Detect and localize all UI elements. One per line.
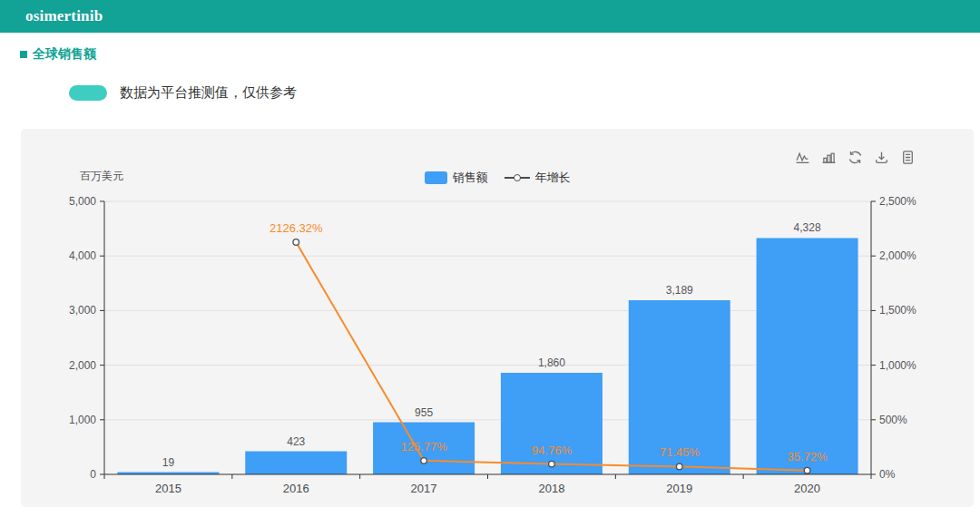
- legend-growth-label: 年增长: [535, 170, 571, 186]
- svg-text:5,000: 5,000: [69, 195, 96, 208]
- svg-text:500%: 500%: [879, 414, 907, 426]
- svg-text:1,000%: 1,000%: [879, 359, 916, 372]
- svg-text:71.45%: 71.45%: [660, 445, 701, 459]
- estimate-note: 数据为平台推测值，仅供参考: [69, 83, 297, 102]
- svg-text:0%: 0%: [879, 468, 896, 481]
- restore-icon[interactable]: [848, 150, 863, 165]
- svg-text:4,000: 4,000: [69, 249, 96, 262]
- svg-text:3,000: 3,000: [69, 304, 96, 317]
- svg-text:2018: 2018: [538, 482, 564, 495]
- svg-text:2020: 2020: [794, 482, 820, 495]
- svg-text:1,860: 1,860: [538, 356, 565, 369]
- legend-item-growth[interactable]: 年增长: [505, 170, 571, 186]
- svg-text:125.77%: 125.77%: [400, 440, 447, 454]
- svg-text:2,000%: 2,000%: [879, 249, 916, 262]
- window-titlebar: osimertinib: [0, 0, 980, 33]
- svg-text:2017: 2017: [411, 482, 437, 495]
- data-view-icon[interactable]: [900, 150, 916, 165]
- growth-legend-marker-icon: [505, 171, 530, 184]
- estimate-badge: [69, 85, 107, 101]
- svg-text:2,500%: 2,500%: [879, 195, 916, 208]
- bullet-square-icon: [20, 51, 27, 58]
- svg-text:955: 955: [415, 406, 433, 419]
- svg-text:2,000: 2,000: [69, 359, 96, 372]
- bar-chart-icon[interactable]: [821, 150, 837, 165]
- chart-legend: 销售额 年增长: [21, 170, 974, 186]
- legend-sales-label: 销售额: [453, 170, 488, 186]
- page-title: osimertinib: [25, 7, 103, 25]
- svg-text:2126.32%: 2126.32%: [270, 221, 323, 235]
- line-chart-icon[interactable]: [795, 150, 810, 165]
- legend-item-sales[interactable]: 销售额: [425, 170, 488, 186]
- svg-text:423: 423: [287, 435, 305, 448]
- chart-card: 百万美元 销售额 年增长 194239551,8603,1894,3282126…: [21, 129, 974, 507]
- svg-text:19: 19: [162, 456, 175, 469]
- chart-toolbox: [795, 150, 916, 165]
- svg-text:94.76%: 94.76%: [532, 444, 573, 457]
- estimate-note-text: 数据为平台推测值，仅供参考: [120, 84, 297, 102]
- svg-text:2019: 2019: [666, 482, 692, 495]
- section-header: 全球销售额: [20, 47, 96, 62]
- svg-text:0: 0: [90, 468, 96, 481]
- section-title: 全球销售额: [33, 46, 96, 63]
- svg-text:2016: 2016: [283, 482, 309, 495]
- svg-text:3,189: 3,189: [666, 284, 693, 297]
- svg-text:1,000: 1,000: [69, 414, 96, 426]
- svg-text:1,500%: 1,500%: [879, 304, 916, 317]
- svg-text:2015: 2015: [155, 482, 181, 495]
- download-icon[interactable]: [874, 150, 889, 165]
- svg-text:35.72%: 35.72%: [788, 450, 828, 463]
- sales-legend-swatch-icon: [425, 171, 447, 184]
- svg-text:4,328: 4,328: [794, 221, 821, 234]
